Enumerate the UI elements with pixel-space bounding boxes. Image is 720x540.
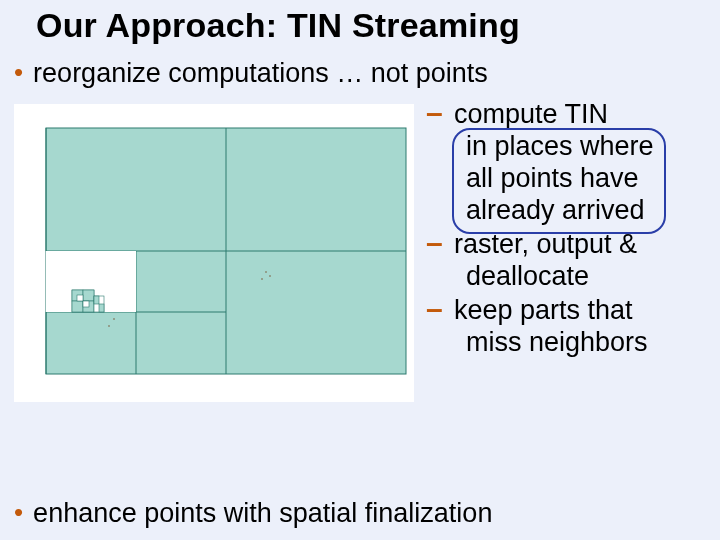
bullet-dot-icon: • xyxy=(14,58,23,86)
sub3-line2: miss neighbors xyxy=(466,326,716,358)
bullet-dot-icon: • xyxy=(14,498,23,526)
slide: Our Approach: TIN Streaming • reorganize… xyxy=(0,0,720,540)
dash-icon: – xyxy=(426,294,443,324)
sub1-line4: already arrived xyxy=(466,194,716,226)
svg-rect-17 xyxy=(99,304,104,312)
sub1-line2: in places where xyxy=(466,130,716,162)
svg-point-21 xyxy=(113,318,115,320)
svg-point-19 xyxy=(269,275,271,277)
bullet-main-1-text: reorganize computations … not points xyxy=(33,58,488,89)
sub3-line1: keep parts that xyxy=(454,294,716,326)
svg-point-18 xyxy=(265,271,267,273)
bullet-main-1: • reorganize computations … not points xyxy=(14,58,488,89)
bullet-main-2-text: enhance points with spatial finalization xyxy=(33,498,492,529)
svg-point-22 xyxy=(108,325,110,327)
sub-bullets-column: – compute TIN in places where all points… xyxy=(420,98,716,360)
quadtree-figure xyxy=(14,104,414,402)
sub1-line3: all points have xyxy=(466,162,716,194)
sub2-line2: deallocate xyxy=(466,260,716,292)
sub-item-3: – keep parts that miss neighbors xyxy=(420,294,716,358)
sub1-line1: compute TIN xyxy=(454,98,716,130)
svg-point-20 xyxy=(261,278,263,280)
sub2-line1: raster, output & xyxy=(454,228,716,260)
sub-item-2: – raster, output & deallocate xyxy=(420,228,716,292)
dash-icon: – xyxy=(426,228,443,258)
svg-rect-13 xyxy=(77,295,83,301)
svg-rect-16 xyxy=(94,296,99,304)
quadtree-svg xyxy=(14,104,414,402)
dash-icon: – xyxy=(426,98,443,128)
bullet-main-2: • enhance points with spatial finalizati… xyxy=(14,498,492,529)
slide-title: Our Approach: TIN Streaming xyxy=(36,6,520,45)
sub-item-1: – compute TIN in places where all points… xyxy=(420,98,716,226)
svg-rect-10 xyxy=(83,290,94,301)
svg-rect-14 xyxy=(83,301,89,307)
svg-rect-11 xyxy=(72,301,83,312)
